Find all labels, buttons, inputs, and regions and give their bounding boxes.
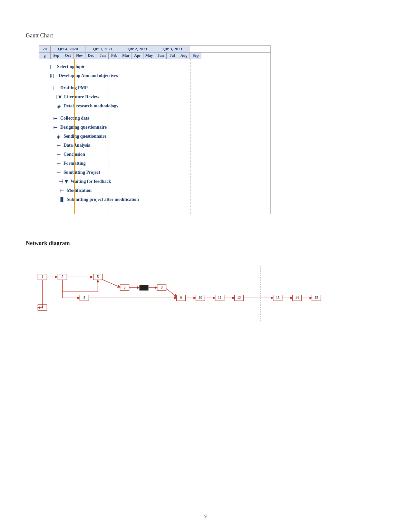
task-icon-modification: ⊢	[58, 188, 65, 194]
task-row-submitting-project: ⊢ Sumbitting Project	[55, 168, 270, 177]
page-number: 9	[204, 514, 207, 519]
gantt-month-nov: Nov	[74, 53, 85, 59]
gantt-month-feb: Feb	[109, 53, 120, 59]
network-node-2-label: 2	[62, 275, 64, 279]
task-row-literature-review: ⊣▼ Literature Review	[52, 93, 270, 102]
gantt-header-row2: g Sep Oct Nov Dec Jan Feb Mar Apr May Ju…	[39, 53, 270, 59]
task-icon-literature-review: ⊣▼	[52, 94, 63, 101]
task-label-sending-questionnaire: Sending questionnaire	[64, 134, 106, 139]
task-label-designing-questionnaire: Designing questionnaire	[60, 125, 107, 130]
task-row-submitting-after-mod: ▐▌ Submitting project after modification	[58, 195, 270, 204]
network-node-3-label: 3	[83, 296, 85, 300]
gantt-chart-title: Gantt Chart	[26, 32, 385, 39]
task-row-selecting-topic: ⊢ Selecting topic	[49, 62, 270, 71]
task-row-modification: ⊢ Modification	[58, 186, 270, 195]
page: Gantt Chart 20 Qtr 4, 2020 Qtr 1, 2021 Q…	[0, 0, 411, 532]
task-icon-designing-questionnaire: ⊢	[52, 124, 59, 131]
gantt-month-aug: Aug	[178, 53, 190, 59]
network-node-13-label: 13	[276, 296, 280, 300]
network-node-8-label: 8	[161, 286, 163, 289]
spacer2	[45, 111, 270, 114]
gantt-header-cell-20: 20	[39, 46, 51, 52]
gantt-month-sep2: Sep	[190, 53, 201, 59]
network-node-1-label: 1	[42, 275, 44, 279]
gantt-chart: 20 Qtr 4, 2020 Qtr 1, 2021 Qtr 2, 2021 Q…	[39, 45, 271, 214]
gantt-orange-vline	[74, 59, 75, 214]
task-icon-detail-research: ◈	[55, 103, 62, 109]
task-icon-collecting-data: ⊢	[52, 115, 59, 122]
network-section: Network diagram .nd-box { fill: white; s…	[26, 240, 385, 327]
task-icon-drafting-pmp: ⊢	[52, 85, 59, 91]
gantt-header-cell-qtr3-2021: Qtr 3, 2021	[155, 46, 190, 52]
task-icon-selecting-topic: ⊢	[49, 64, 56, 70]
task-label-literature-review: Literature Review	[64, 94, 99, 100]
gantt-month-may: May	[143, 53, 155, 59]
task-row-waiting-feedback: ⊣▼ Waiting for feedback	[58, 177, 270, 186]
network-diagram-container: .nd-box { fill: white; stroke: #c0392b; …	[26, 256, 385, 327]
task-row-designing-questionnaire: ⊢ Designing questionnaire	[52, 123, 270, 132]
task-label-modification: Modification	[67, 188, 92, 193]
task-row-formatting: ⊢ Formatting	[55, 159, 270, 168]
task-row-sending-questionnaire: ◈ Sending questionnaire	[55, 132, 270, 141]
network-node-10-label: 10	[199, 296, 202, 300]
task-label-data-analysis: Data Analysis	[64, 143, 90, 148]
network-diagram-title: Network diagram	[26, 240, 385, 247]
task-label-submitting-project: Sumbitting Project	[64, 170, 100, 175]
spacer1	[45, 80, 270, 84]
task-label-detail-research: Detail research methodology	[64, 103, 119, 109]
gantt-month-jun: Jun	[155, 53, 167, 59]
task-label-waiting-feedback: Waiting for feedback	[71, 179, 111, 184]
task-row-drafting-pmp: ⊢ Drafting PMP	[52, 84, 270, 93]
gantt-month-jan: Jan	[97, 53, 109, 59]
network-node-6-label: 6	[124, 286, 126, 289]
task-row-detail-research: ◈ Detail research methodology	[55, 102, 270, 111]
task-icon-developing-aim: ⇓⊢	[49, 73, 57, 79]
gantt-header-cell-qtr2-2021: Qtr 2, 2021	[120, 46, 155, 52]
network-node-12-label: 12	[237, 296, 241, 300]
gantt-month-apr: Apr	[132, 53, 143, 59]
task-label-selecting-topic: Selecting topic	[57, 64, 85, 69]
spacer3	[45, 204, 270, 211]
task-row-conclusion: ⊢ Conclusion	[55, 150, 270, 159]
task-icon-submitting-project: ⊢	[55, 170, 62, 176]
task-icon-waiting-feedback: ⊣▼	[58, 178, 69, 185]
task-icon-conclusion: ⊢	[55, 152, 62, 158]
gantt-month-dec: Dec	[85, 53, 97, 59]
network-arrow-5-6	[103, 280, 120, 287]
network-node-14-label: 14	[295, 296, 299, 300]
network-node-5-label: 5	[97, 275, 99, 279]
task-icon-sending-questionnaire: ◈	[55, 133, 62, 140]
network-node-11-label: 11	[218, 296, 222, 300]
network-node-15-label: 15	[315, 296, 318, 300]
gantt-month-g: g	[39, 53, 51, 59]
task-row-collecting-data: ⊢ Collecting data	[52, 114, 270, 123]
task-icon-submitting-after-mod: ▐▌	[58, 197, 65, 202]
task-label-submitting-after-mod: Submitting project after modification	[67, 197, 139, 202]
gantt-dotted-vline1	[109, 59, 109, 214]
task-icon-formatting: ⊢	[55, 161, 62, 167]
task-label-collecting-data: Collecting data	[60, 116, 90, 121]
gantt-header-cell-qtr4: Qtr 4, 2020	[51, 46, 85, 52]
gantt-body: ⊢ Selecting topic ⇓⊢ Developing Aim and …	[39, 59, 270, 214]
gantt-month-jul: Jul	[167, 53, 178, 59]
task-row-developing-aim: ⇓⊢ Developing Aim and objectives	[49, 71, 270, 80]
task-row-data-analysis: ⊢ Data Analysis	[55, 141, 270, 150]
network-node-9-label: 9	[180, 296, 182, 300]
gantt-dotted-vline2	[190, 59, 191, 214]
gantt-header-row1: 20 Qtr 4, 2020 Qtr 1, 2021 Qtr 2, 2021 Q…	[39, 46, 270, 53]
task-icon-data-analysis: ⊢	[55, 143, 62, 149]
gantt-month-mar: Mar	[120, 53, 132, 59]
network-diagram-svg: .nd-box { fill: white; stroke: #c0392b; …	[26, 256, 385, 327]
gantt-month-sep1: Sep	[51, 53, 62, 59]
network-arrow-8-9	[166, 289, 177, 297]
gantt-header-cell-qtr1-2021: Qtr 1, 2021	[85, 46, 120, 52]
network-milestone-box	[140, 285, 149, 291]
gantt-month-oct: Oct	[62, 53, 74, 59]
